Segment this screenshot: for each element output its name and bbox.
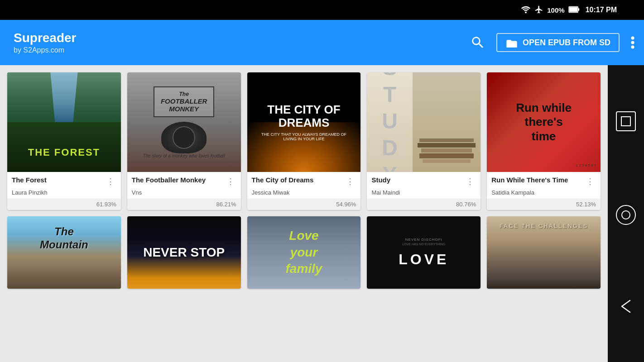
book-title-2: The City of Dreams (252, 176, 345, 185)
book-card-7[interactable]: Loveyourfamily (247, 216, 361, 289)
book-title-4: Run While There's Time (491, 176, 584, 185)
app-title: Supreader (14, 31, 470, 45)
svg-point-4 (631, 37, 634, 40)
time-display: 10:17 PM (586, 6, 617, 14)
open-epub-button[interactable]: OPEN EPUB FROM SD (496, 33, 620, 52)
book-cover-2: THE CITY OF DREAMS THE CITY THAT YOU ALW… (247, 72, 361, 172)
cover-forest-title: THE FOREST (7, 147, 121, 158)
book-card-3[interactable]: STUDY Study ⋮ Mai Maindi (367, 72, 481, 210)
book-author-1: Vns (127, 187, 241, 199)
battery-percent: 100% (547, 6, 564, 14)
app-subtitle: by S2Apps.com (14, 46, 470, 54)
book-info-3: Study ⋮ (367, 172, 481, 187)
book-info-4: Run While There's Time ⋮ (487, 172, 601, 187)
book-cover-5: TheMountain (7, 216, 121, 289)
cover-monkey-box: The FOOTBALLER MONKEY (154, 86, 215, 117)
book-cover-9: FACE THE CHALLENGES (487, 216, 601, 289)
app-bar: Supreader by S2Apps.com OPEN EPUB FROM S… (0, 20, 644, 65)
book-cover-3: STUDY (367, 72, 481, 172)
book-more-3[interactable]: ⋮ (464, 176, 476, 187)
cover-city-title: THE CITY OF DREAMS (256, 103, 352, 129)
nav-buttons (608, 65, 644, 362)
svg-rect-7 (621, 117, 630, 126)
book-cover-1: The FOOTBALLER MONKEY The story of a mon… (127, 72, 241, 172)
book-card-0[interactable]: THE FOREST The Forest ⋮ Laura Pinzikh 61… (7, 72, 121, 210)
svg-point-8 (622, 211, 630, 219)
book-more-0[interactable]: ⋮ (105, 176, 116, 187)
app-title-block: Supreader by S2Apps.com (14, 31, 470, 54)
circle-button[interactable] (616, 205, 636, 225)
book-title-3: Study (371, 176, 464, 185)
book-card-2[interactable]: THE CITY OF DREAMS THE CITY THAT YOU ALW… (247, 72, 361, 210)
main-content: THE FOREST The Forest ⋮ Laura Pinzikh 61… (0, 65, 644, 362)
status-bar: 100% 10:17 PM (0, 0, 644, 20)
book-author-4: Satidia Kampala (487, 187, 601, 199)
book-progress-4: 52.13% (487, 199, 601, 210)
svg-rect-3 (569, 7, 577, 12)
svg-point-6 (631, 45, 634, 48)
book-more-2[interactable]: ⋮ (344, 176, 356, 187)
book-grid-area: THE FOREST The Forest ⋮ Laura Pinzikh 61… (0, 65, 608, 362)
book-more-4[interactable]: ⋮ (584, 176, 596, 187)
book-author-0: Laura Pinzikh (7, 187, 121, 199)
book-cover-0: THE FOREST (7, 72, 121, 172)
book-more-1[interactable]: ⋮ (225, 176, 236, 187)
svg-point-0 (525, 11, 527, 13)
app-bar-actions: OPEN EPUB FROM SD (470, 33, 635, 52)
book-grid: THE FOREST The Forest ⋮ Laura Pinzikh 61… (7, 72, 601, 289)
book-cover-7: Loveyourfamily (247, 216, 361, 289)
book-info-0: The Forest ⋮ (7, 172, 121, 187)
battery-icon (568, 6, 580, 14)
book-cover-8: NEVEN DISCHOFI LOVE HAS NO EVERYTHING LO… (367, 216, 481, 289)
svg-point-5 (631, 41, 634, 44)
book-card-4[interactable]: Run whilethere'stime 1 2 3 4 5 6 7 Run W… (487, 72, 601, 210)
more-options-button[interactable] (630, 35, 635, 50)
book-cover-4: Run whilethere'stime 1 2 3 4 5 6 7 (487, 72, 601, 172)
book-info-1: The Footballer Monkey ⋮ (127, 172, 241, 187)
wifi-icon (521, 5, 531, 15)
book-title-1: The Footballer Monkey (132, 176, 225, 185)
airplane-icon (534, 5, 543, 15)
book-progress-0: 61.93% (7, 199, 121, 210)
book-card-1[interactable]: The FOOTBALLER MONKEY The story of a mon… (127, 72, 241, 210)
book-card-9[interactable]: FACE THE CHALLENGES (487, 216, 601, 289)
status-icons: 100% 10:17 PM (521, 5, 617, 15)
book-author-2: Jessica Miwak (247, 187, 361, 199)
back-button[interactable] (619, 299, 633, 316)
book-card-5[interactable]: TheMountain (7, 216, 121, 289)
cover-monkey-subtitle: The story of a monkey who loves football (143, 153, 225, 158)
book-title-0: The Forest (12, 176, 105, 185)
search-button[interactable] (470, 35, 485, 50)
book-progress-1: 86.21% (127, 199, 241, 210)
cover-city-sub: THE CITY THAT YOU ALWAYS DREAMED OF LIVI… (256, 132, 352, 141)
book-progress-3: 80.76% (367, 199, 481, 210)
book-card-6[interactable]: NEVER STOP (127, 216, 241, 289)
svg-rect-2 (578, 8, 579, 11)
square-button[interactable] (616, 111, 636, 131)
book-cover-6: NEVER STOP (127, 216, 241, 289)
book-author-3: Mai Maindi (367, 187, 481, 199)
book-progress-2: 54.96% (247, 199, 361, 210)
book-info-2: The City of Dreams ⋮ (247, 172, 361, 187)
open-epub-label: OPEN EPUB FROM SD (523, 38, 610, 48)
book-card-8[interactable]: NEVEN DISCHOFI LOVE HAS NO EVERYTHING LO… (367, 216, 481, 289)
